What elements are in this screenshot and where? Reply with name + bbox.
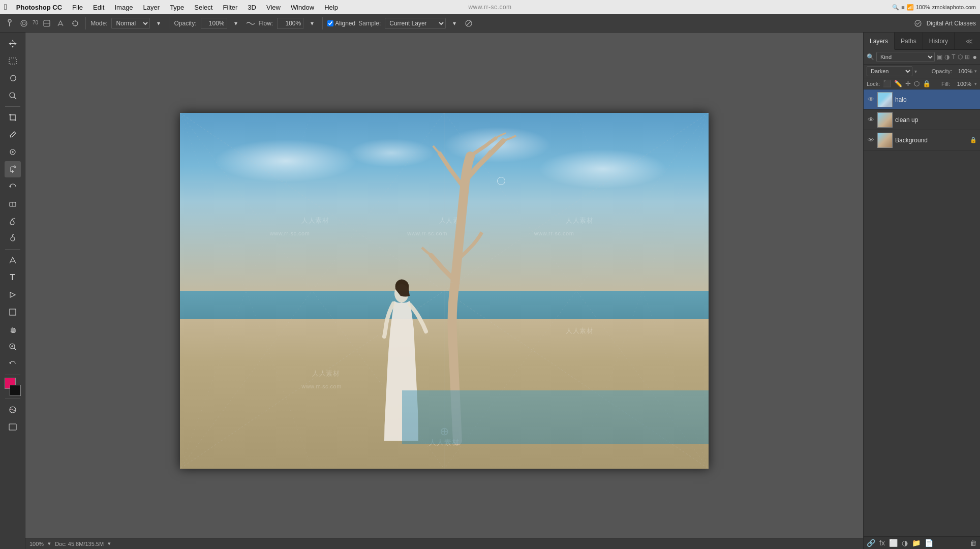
delete-layer-icon[interactable]: 🗑 (970, 539, 977, 547)
clone-stamp-tool[interactable] (5, 161, 21, 177)
marquee-tool[interactable] (5, 53, 21, 69)
rotate-tool[interactable] (5, 356, 21, 372)
toolbar-separator-2 (169, 17, 169, 29)
lasso-tool[interactable] (5, 70, 21, 86)
add-mask-icon[interactable]: ⬜ (889, 539, 898, 547)
sample-select[interactable]: Current Layer All Layers Current & Below (385, 18, 446, 29)
tab-paths[interactable]: Paths (895, 33, 923, 49)
tab-history[interactable]: History (923, 33, 955, 49)
lower-water-section (402, 390, 709, 444)
opacity-dropdown-icon[interactable]: ▾ (230, 18, 241, 29)
menu-layer[interactable]: Layer (138, 3, 165, 12)
zoom-tool[interactable] (5, 339, 21, 355)
smartbrush-icon[interactable] (912, 18, 924, 29)
notification-icon[interactable]: ≡ (901, 4, 904, 10)
brush-tool-icon[interactable] (4, 18, 15, 29)
menu-select[interactable]: Select (189, 3, 218, 12)
lock-all-icon[interactable]: 🔒 (923, 80, 931, 87)
filter-adjust-icon[interactable]: ◑ (944, 53, 950, 60)
move-tool[interactable] (5, 36, 21, 52)
clone-tool-icon[interactable] (55, 18, 67, 29)
opacity-arrow[interactable]: ▾ (974, 69, 977, 74)
quick-mask-icon[interactable] (5, 402, 21, 418)
text-tool[interactable]: T (5, 269, 21, 286)
canvas-status-bar: 100% ▾ Doc: 45.8M/135.5M ▾ (25, 538, 863, 549)
layer-visibility-cleanup[interactable]: 👁 (867, 116, 875, 124)
brush-type-icon[interactable] (41, 18, 52, 29)
blend-mode-select[interactable]: Darken Normal Dissolve Multiply Color Bu… (867, 66, 912, 76)
toolbar-separator-3 (322, 17, 323, 29)
svg-line-20 (13, 133, 15, 134)
opacity-input[interactable] (201, 18, 227, 29)
dodge-tool[interactable] (5, 230, 21, 247)
layer-filter-select[interactable]: Kind Name Effect Mode Attribute (876, 52, 935, 62)
svg-point-4 (22, 22, 25, 25)
add-style-icon[interactable]: fx (879, 539, 885, 547)
background-color[interactable] (10, 385, 21, 396)
fill-arrow[interactable]: ▾ (974, 81, 977, 86)
menu-photoshop[interactable]: Photoshop CC (11, 3, 67, 12)
menu-help[interactable]: Help (319, 3, 343, 12)
lock-paint-icon[interactable]: ✏️ (894, 80, 902, 87)
airbrush-icon[interactable] (244, 18, 256, 29)
menu-type[interactable]: Type (165, 3, 189, 12)
panel-collapse-btn[interactable]: ≪ (962, 37, 976, 45)
link-layers-icon[interactable]: 🔗 (867, 539, 875, 547)
group-icon[interactable]: 📁 (912, 539, 921, 547)
layer-item-background[interactable]: 👁 Background 🔒 (864, 130, 980, 150)
menu-view[interactable]: View (261, 3, 286, 12)
lock-position-icon[interactable]: ✛ (905, 80, 911, 87)
filter-smart-icon[interactable]: ⊞ (965, 53, 970, 60)
pen-tool[interactable] (5, 252, 21, 268)
layer-item-cleanup[interactable]: 👁 clean up (864, 110, 980, 130)
layer-item-halo[interactable]: 👁 halo (864, 89, 980, 110)
heal-tool[interactable] (5, 144, 21, 160)
menu-image[interactable]: Image (109, 3, 138, 12)
aligned-checkbox[interactable] (327, 20, 333, 26)
canvas-image[interactable]: 人人素材 www.rr-sc.com 人人素材 www.rr-sc.com 人人… (180, 113, 709, 469)
svg-marker-33 (10, 292, 15, 297)
lock-artboard-icon[interactable]: ⬡ (914, 80, 920, 87)
svg-rect-17 (9, 58, 16, 64)
blend-dropdown-icon[interactable]: ▾ (914, 69, 917, 74)
search-menu-icon[interactable]: 🔍 (892, 4, 899, 11)
sample-dropdown-icon[interactable]: ▾ (449, 18, 460, 29)
hand-tool[interactable] (5, 321, 21, 338)
menu-window[interactable]: Window (286, 3, 319, 12)
color-swatches[interactable] (4, 378, 22, 396)
mode-dropdown-icon[interactable]: ▾ (153, 18, 164, 29)
ignore-adjustment-icon[interactable] (463, 18, 474, 29)
menu-edit[interactable]: Edit (88, 3, 109, 12)
lock-transparent-icon[interactable]: ⬛ (883, 80, 891, 87)
filter-shape-icon[interactable]: ⬡ (958, 53, 963, 60)
tool-separator-1 (5, 106, 20, 107)
crop-tool[interactable] (5, 109, 21, 126)
layer-visibility-halo[interactable]: 👁 (867, 96, 875, 103)
screen-mode-icon[interactable] (5, 419, 21, 435)
quick-select-tool[interactable] (5, 87, 21, 104)
erase-tool[interactable] (5, 196, 21, 212)
path-select-tool[interactable] (5, 287, 21, 303)
menu-filter[interactable]: Filter (218, 3, 242, 12)
filter-toggle[interactable]: ● (973, 53, 977, 61)
layer-visibility-background[interactable]: 👁 (867, 136, 875, 144)
menu-file[interactable]: File (67, 3, 88, 12)
apple-menu-icon[interactable]:  (4, 3, 7, 12)
brush-options-icon[interactable] (18, 18, 29, 29)
eyedropper-tool[interactable] (5, 127, 21, 143)
history-brush-tool[interactable] (5, 178, 21, 195)
opacity-label: Opacity: (932, 68, 952, 74)
paint-bucket-tool[interactable] (5, 213, 21, 229)
filter-text-icon[interactable]: T (952, 53, 955, 60)
adjustment-icon[interactable]: ◑ (902, 539, 908, 547)
menu-3d[interactable]: 3D (242, 3, 261, 12)
shape-tool[interactable] (5, 304, 21, 320)
flow-input[interactable] (277, 18, 303, 29)
tab-layers[interactable]: Layers (864, 33, 895, 50)
target-icon[interactable] (70, 18, 81, 29)
flow-dropdown-icon[interactable]: ▾ (307, 18, 318, 29)
filter-pixel-icon[interactable]: ▣ (937, 53, 942, 60)
opacity-value: 100% (954, 68, 972, 74)
new-layer-icon[interactable]: 📄 (925, 539, 933, 547)
mode-select[interactable]: Normal Dissolve Darken Multiply (111, 18, 150, 29)
